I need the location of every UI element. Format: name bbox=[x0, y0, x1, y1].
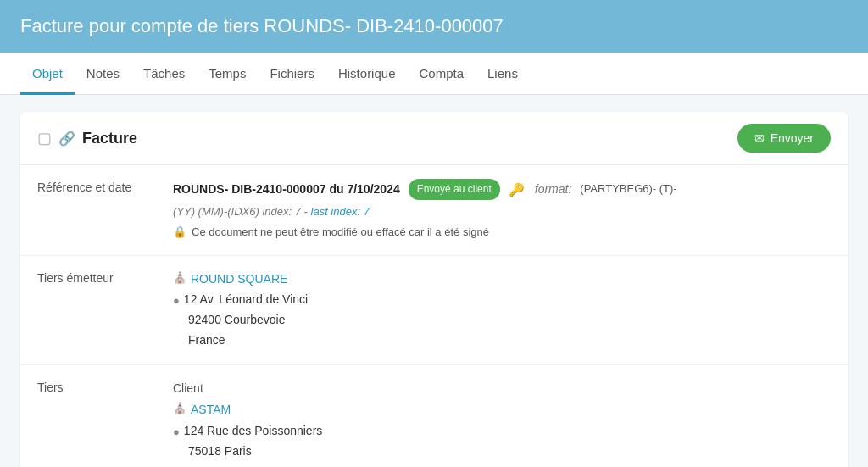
emetteur-address-line1: ● 12 Av. Léonard de Vinci bbox=[173, 290, 831, 310]
emetteur-city: 92400 Courbevoie bbox=[173, 310, 831, 331]
envoyer-button[interactable]: ✉ Envoyer bbox=[737, 124, 831, 153]
ref-line: ROUNDS- DIB-2410-000007 du 7/10/2024 Env… bbox=[173, 179, 831, 200]
lock-text: Ce document ne peut être modifié ou effa… bbox=[192, 224, 489, 242]
tiers-address-line1: ● 124 Rue des Poissonniers bbox=[173, 421, 831, 442]
tab-taches[interactable]: Tâches bbox=[131, 53, 197, 95]
card-title: Facture bbox=[82, 130, 137, 147]
card-header: ▢ 🔗 Facture ✉ Envoyer bbox=[20, 112, 848, 165]
field-reference: Référence et date ROUNDS- DIB-2410-00000… bbox=[20, 165, 848, 256]
tiers-company-link[interactable]: ASTAM bbox=[191, 400, 231, 419]
tiers-country: France bbox=[173, 462, 831, 467]
emetteur-address: ● 12 Av. Léonard de Vinci 92400 Courbevo… bbox=[173, 290, 831, 351]
tiers-company-line: ⛪ ASTAM bbox=[173, 400, 831, 419]
tiers-value: Client ⛪ ASTAM ● 124 Rue des Poissonnier… bbox=[173, 379, 831, 467]
field-emetteur: Tiers émetteur ⛪ ROUND SQUARE ● 12 Av. L… bbox=[20, 256, 848, 365]
building-icon-tiers: ⛪ bbox=[173, 400, 186, 418]
lock-line: 🔒 Ce document ne peut être modifié ou ef… bbox=[173, 224, 831, 242]
emetteur-street: 12 Av. Léonard de Vinci bbox=[184, 290, 308, 310]
format-value: (PARTYBEG6)- (T)- bbox=[580, 181, 676, 198]
index-line: (YY) (MM)-(IDX6) index: 7 - last index: … bbox=[173, 203, 831, 221]
field-tiers: Tiers Client ⛪ ASTAM ● 124 Rue des Poiss… bbox=[20, 365, 848, 467]
card-title-group: ▢ 🔗 Facture bbox=[37, 129, 137, 147]
tab-notes[interactable]: Notes bbox=[75, 53, 131, 95]
last-index-link[interactable]: last index: 7 bbox=[311, 205, 370, 218]
emetteur-company-link[interactable]: ROUND SQUARE bbox=[191, 270, 287, 288]
emetteur-company-line: ⛪ ROUND SQUARE bbox=[173, 270, 831, 288]
format-prefix: format: bbox=[535, 180, 572, 198]
main-container: Objet Notes Tâches Temps Fichiers Histor… bbox=[0, 53, 868, 467]
link-icon: 🔗 bbox=[58, 131, 75, 147]
tiers-city: 75018 Paris bbox=[173, 442, 831, 462]
tab-objet[interactable]: Objet bbox=[20, 53, 75, 95]
tiers-address: ● 124 Rue des Poissonniers 75018 Paris F… bbox=[173, 421, 831, 467]
card-body: Référence et date ROUNDS- DIB-2410-00000… bbox=[20, 165, 848, 467]
tiers-label: Tiers bbox=[37, 379, 173, 394]
tabs-bar: Objet Notes Tâches Temps Fichiers Histor… bbox=[0, 53, 868, 95]
page-title: Facture pour compte de tiers ROUNDS- DIB… bbox=[20, 15, 848, 37]
document-icon: ▢ bbox=[37, 129, 52, 147]
tiers-client-label: Client bbox=[173, 379, 831, 398]
emetteur-value: ⛪ ROUND SQUARE ● 12 Av. Léonard de Vinci… bbox=[173, 270, 831, 351]
tab-liens[interactable]: Liens bbox=[476, 53, 530, 95]
pin-icon-tiers: ● bbox=[173, 423, 180, 442]
page-header: Facture pour compte de tiers ROUNDS- DIB… bbox=[0, 0, 868, 53]
tab-historique[interactable]: Historique bbox=[326, 53, 408, 95]
building-icon-emetteur: ⛪ bbox=[173, 270, 186, 287]
tab-fichiers[interactable]: Fichiers bbox=[258, 53, 326, 95]
reference-value: ROUNDS- DIB-2410-000007 du 7/10/2024 Env… bbox=[173, 179, 831, 242]
reference-text: ROUNDS- DIB-2410-000007 du 7/10/2024 bbox=[173, 180, 400, 198]
envelope-icon: ✉ bbox=[754, 131, 765, 145]
emetteur-label: Tiers émetteur bbox=[37, 270, 173, 285]
pin-icon-emetteur: ● bbox=[173, 292, 180, 310]
tab-temps[interactable]: Temps bbox=[197, 53, 258, 95]
tiers-street: 124 Rue des Poissonniers bbox=[184, 421, 322, 442]
content-area: ▢ 🔗 Facture ✉ Envoyer Référence et date … bbox=[0, 95, 868, 467]
key-icon: 🔑 bbox=[509, 180, 525, 200]
facture-card: ▢ 🔗 Facture ✉ Envoyer Référence et date … bbox=[20, 112, 848, 467]
reference-label: Référence et date bbox=[37, 179, 173, 194]
badge-envoye: Envoyé au client bbox=[409, 179, 500, 200]
lock-icon: 🔒 bbox=[173, 224, 186, 242]
emetteur-country: France bbox=[173, 331, 831, 351]
tab-compta[interactable]: Compta bbox=[407, 53, 476, 95]
